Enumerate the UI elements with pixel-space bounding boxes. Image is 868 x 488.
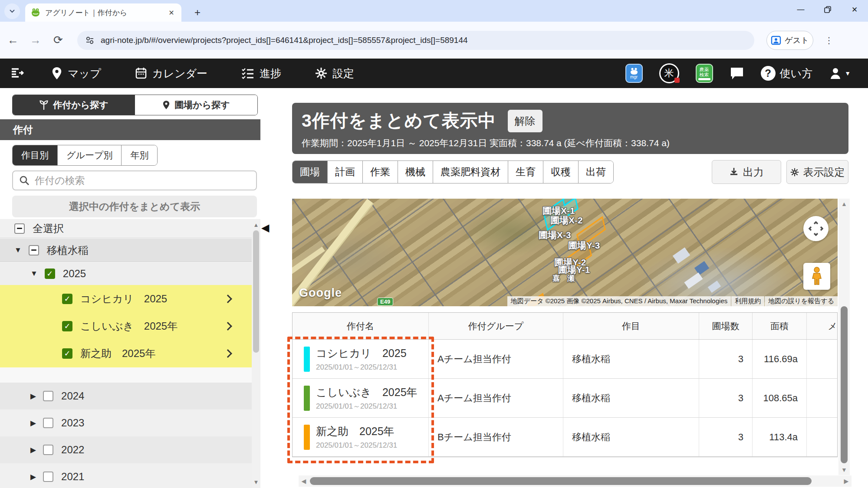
chevron-right-icon[interactable] [224,349,232,358]
tree-row-select-all[interactable]: 全選択 [0,219,252,238]
show-selected-crops-button[interactable]: 選択中の作付をまとめて表示 [12,196,257,217]
filter-tab-by-year[interactable]: 年別 [122,145,157,165]
clear-selection-button[interactable]: 解除 [508,110,542,132]
scroll-up-icon[interactable]: ▲ [252,222,260,228]
browser-menu-button[interactable]: ⋮ [820,32,838,49]
tab-search-by-field[interactable]: 圃場から探す [135,95,257,115]
nav-calendar[interactable]: カレンダー [135,66,207,81]
collapsed-arrow-icon[interactable]: ▶ [30,392,36,401]
tab-plan[interactable]: 計画 [328,161,363,183]
tree-row-year-2021[interactable]: ▶ 2021 [0,463,252,488]
browser-tab[interactable]: アグリノート｜作付から ✕ [25,3,181,22]
main-horizontal-scrollbar[interactable]: ◀ ▶ [299,475,852,487]
tab-search-by-crop[interactable]: 作付から探す [13,95,135,115]
select-all-checkbox[interactable] [14,223,25,234]
address-bar[interactable]: agri-note.jp/b/#/overview/projects?proje… [77,31,754,50]
year-2025-checkbox[interactable]: ✓ [45,269,55,279]
crop-name[interactable]: 新之助 2025年 [316,425,395,437]
new-tab-button[interactable]: + [190,5,205,20]
year-checkbox[interactable] [43,391,53,401]
sidebar-toggle-button[interactable] [10,67,25,80]
scroll-down-icon[interactable]: ▼ [252,479,260,485]
tree-row-year-2024[interactable]: ▶ 2024 [0,383,252,409]
collapsed-arrow-icon[interactable]: ▶ [30,445,36,455]
field-map[interactable]: 圃場X-1 圃場X-2 圃場X-3 圃場Y-3 圃場Y-2 圃場Y-1 嘉 瀬 … [292,199,838,306]
help-link[interactable]: ? 使い方 [761,66,813,81]
table-row[interactable]: こしいぶき 2025年 2025/01/01～2025/12/31 Aチーム担当… [293,379,837,418]
crop-type-checkbox[interactable] [29,245,39,255]
tab-field[interactable]: 圃場 [293,161,328,183]
map-pan-control[interactable] [803,216,829,241]
tab-shipment[interactable]: 出荷 [579,161,613,183]
crop-search-input[interactable] [35,175,239,187]
tab-pesticide-fertilizer[interactable]: 農薬肥料資材 [433,161,508,183]
tree-row-crop-type[interactable]: ▼ 移植水稲 [0,239,252,262]
vertical-scrollbar-thumb[interactable] [841,306,848,463]
collapsed-arrow-icon[interactable]: ▶ [30,419,36,428]
expanded-arrow-icon[interactable]: ▼ [14,246,22,255]
tab-search-button[interactable] [4,3,20,19]
map-report-link[interactable]: 地図の誤りを報告する [765,296,838,306]
crop-name[interactable]: コシヒカリ 2025 [316,347,407,359]
tab-growth[interactable]: 生育 [508,161,543,183]
window-close-button[interactable]: ✕ [841,0,868,19]
tree-row-year-2025[interactable]: ▼ ✓ 2025 [0,262,252,285]
filter-tab-by-crop-type[interactable]: 作目別 [13,145,58,165]
reload-button[interactable]: ⟳ [49,31,68,50]
select-all-label: 全選択 [33,222,64,236]
crop-search-box[interactable] [12,170,257,190]
forward-button[interactable]: → [26,31,45,50]
window-minimize-button[interactable]: — [787,0,814,19]
map-terms-link[interactable]: 利用規約 [731,296,764,306]
export-button[interactable]: 出力 [712,160,781,184]
sidebar-collapse-arrow[interactable]: ◀ [261,222,269,234]
table-row[interactable]: 新之助 2025年 2025/01/01～2025/12/31 Bチーム担当作付… [293,418,837,457]
chat-bubble-icon[interactable] [730,66,744,80]
search-icon [19,175,30,186]
nav-map[interactable]: マップ [51,66,101,81]
sidebar-scrollbar-thumb[interactable] [253,230,259,353]
crop-checkbox[interactable]: ✓ [62,348,72,359]
question-icon: ? [761,66,776,81]
rice-app-icon[interactable]: 米 [659,63,679,83]
sidebar-scrollbar[interactable]: ▲ ▼ [252,219,260,488]
main-vertical-scrollbar[interactable]: ▲ ▼ [838,199,850,475]
crop-checkbox[interactable]: ✓ [62,321,72,331]
street-view-pegman[interactable] [803,263,830,290]
scroll-right-icon[interactable]: ▶ [841,478,852,485]
tab-close-icon[interactable]: ✕ [167,8,176,17]
tree-row-year-2023[interactable]: ▶ 2023 [0,409,252,436]
filter-tab-by-group[interactable]: グループ別 [58,145,122,165]
agrinote-mgr-app-icon[interactable]: mgr [625,64,643,83]
crop-checkbox[interactable]: ✓ [62,294,72,304]
tree-row-year-2022[interactable]: ▶ 2022 [0,436,252,463]
collapsed-arrow-icon[interactable]: ▶ [30,472,36,481]
nav-progress[interactable]: 進捗 [241,66,281,81]
expanded-arrow-icon[interactable]: ▼ [30,269,38,278]
nav-settings[interactable]: 設定 [315,66,354,81]
year-checkbox[interactable] [43,472,53,482]
tree-row-crop-koshiibuki[interactable]: ✓ こしいぶき 2025年 [0,312,252,340]
tree-row-crop-shinnosuke[interactable]: ✓ 新之助 2025年 [0,340,252,367]
menu-collapse-icon [10,67,25,80]
tab-harvest[interactable]: 収穫 [543,161,579,183]
scroll-up-icon[interactable]: ▲ [839,200,849,207]
pesticide-search-app-icon[interactable]: 農薬検索 [696,64,713,83]
window-restore-button[interactable] [814,0,841,19]
chevron-right-icon[interactable] [224,295,232,303]
guest-profile-button[interactable]: ゲスト [766,31,813,50]
tab-work[interactable]: 作業 [363,161,398,183]
year-checkbox[interactable] [43,445,53,455]
horizontal-scrollbar-thumb[interactable] [310,477,812,485]
crop-name[interactable]: こしいぶき 2025年 [316,386,418,398]
tree-row-crop-koshihikari[interactable]: ✓ コシヒカリ 2025 [0,285,252,312]
back-button[interactable]: ← [3,31,23,50]
scroll-left-icon[interactable]: ◀ [299,478,309,485]
account-menu[interactable]: ▼ [829,67,851,80]
tab-machine[interactable]: 機械 [398,161,433,183]
table-row[interactable]: コシヒカリ 2025 2025/01/01～2025/12/31 Aチーム担当作… [293,340,837,379]
display-settings-button[interactable]: 表示設定 [786,160,848,184]
scroll-down-icon[interactable]: ▼ [839,466,849,473]
chevron-right-icon[interactable] [224,322,232,331]
year-checkbox[interactable] [43,418,53,428]
